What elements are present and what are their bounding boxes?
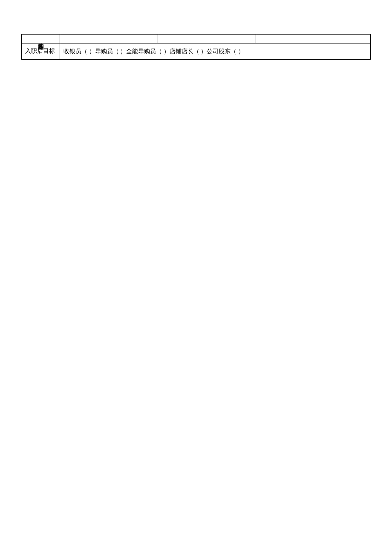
- table-row-goal: 入职后目标 收银员（ ）导购员（ ）全能导购员（ ）店铺店长（ ）公司股东（ ）: [22, 43, 371, 60]
- page-container: 装导购知识 入职后目标 收银员（ ）导购员（ ）全能导购员（ ）店铺店长（ ）公…: [0, 0, 392, 555]
- table-row-knowledge: 装导购知识: [22, 35, 371, 43]
- knowledge-col3: [256, 35, 371, 43]
- knowledge-header: 装导购知识: [22, 35, 60, 43]
- main-table: 装导购知识 入职后目标 收银员（ ）导购员（ ）全能导购员（ ）店铺店长（ ）公…: [21, 34, 371, 60]
- goal-content: 收银员（ ）导购员（ ）全能导购员（ ）店铺店长（ ）公司股东（ ）: [60, 43, 371, 60]
- table-wrapper: 装导购知识 入职后目标 收银员（ ）导购员（ ）全能导购员（ ）店铺店长（ ）公…: [21, 34, 371, 60]
- knowledge-col2: [158, 35, 256, 43]
- goal-label: 入职后目标: [22, 43, 60, 60]
- knowledge-col1: [60, 35, 158, 43]
